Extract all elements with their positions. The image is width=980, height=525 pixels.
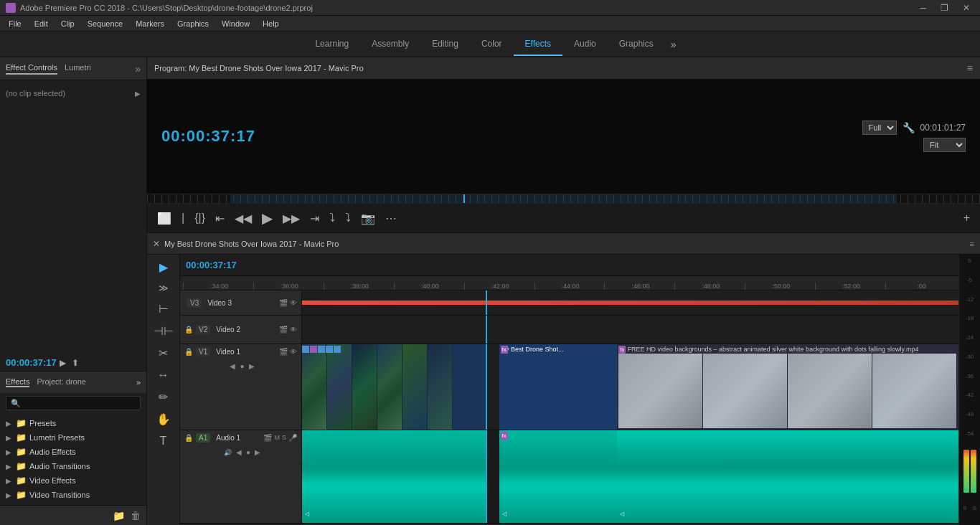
v1-snap-btn[interactable]: ● xyxy=(240,362,244,370)
a1-clip3[interactable]: ◁ xyxy=(617,430,958,523)
mark-out-button[interactable]: | xyxy=(179,210,187,226)
wrench-icon[interactable]: 🔧 xyxy=(903,122,915,133)
close-button[interactable]: ✕ xyxy=(958,1,974,14)
mark-clip-button[interactable]: {|} xyxy=(192,210,208,226)
a1-snap-btn[interactable]: ● xyxy=(246,448,250,456)
rolling-edit-tool[interactable]: ⊣⊢ xyxy=(152,323,175,339)
tab-effects[interactable]: Effects xyxy=(514,33,562,56)
menu-help[interactable]: Help xyxy=(257,18,285,29)
play-button[interactable]: ▶ xyxy=(259,208,275,228)
timeline-menu-icon[interactable]: ≡ xyxy=(970,240,974,248)
menu-graphics[interactable]: Graphics xyxy=(171,18,215,29)
track-a1-s-button[interactable]: S xyxy=(282,434,286,442)
new-bin-icon[interactable]: 📁 xyxy=(113,510,125,521)
export-frame-button[interactable]: 📷 xyxy=(358,210,378,227)
v1-clip-group1[interactable] xyxy=(302,344,486,430)
track-v1-camera-icon[interactable]: 🎬 xyxy=(279,348,288,356)
menu-file[interactable]: File xyxy=(3,18,27,29)
close-timeline-button[interactable]: ✕ xyxy=(153,239,160,249)
razor-tool[interactable]: ✂ xyxy=(157,345,169,361)
go-in-button[interactable]: ⇤ xyxy=(212,210,227,227)
select-tool[interactable]: ▶ xyxy=(158,259,169,275)
track-v3-camera-icon[interactable]: 🎬 xyxy=(279,299,288,307)
tree-item-lumetri-presets[interactable]: ▶ 📁 Lumetri Presets xyxy=(0,430,146,445)
v1-back-btn[interactable]: ◀ xyxy=(230,362,235,370)
a1-forward-btn[interactable]: ▶ xyxy=(255,448,260,456)
v1-free-clip[interactable]: fx FREE HD video backgrounds – abstract … xyxy=(617,344,958,430)
tree-item-audio-effects[interactable]: ▶ 📁 Audio Effects xyxy=(0,445,146,459)
slip-tool[interactable]: ↔ xyxy=(156,367,171,383)
a1-clip1[interactable]: ◁ xyxy=(302,430,486,523)
menu-markers[interactable]: Markers xyxy=(130,18,170,29)
tree-item-video-transitions[interactable]: ▶ 📁 Video Transitions xyxy=(0,488,146,502)
menu-edit[interactable]: Edit xyxy=(29,18,54,29)
track-v2-camera-icon[interactable]: 🎬 xyxy=(279,326,288,334)
tab-project[interactable]: Project: drone xyxy=(37,377,85,387)
effects-search-input[interactable] xyxy=(6,396,141,410)
track-v1-lock[interactable]: 🔒 xyxy=(184,348,193,356)
program-monitor-menu-icon[interactable]: ≡ xyxy=(967,62,973,74)
menu-clip[interactable]: Clip xyxy=(55,18,80,29)
add-marker-button[interactable]: + xyxy=(961,210,973,226)
track-v1-eye-icon[interactable]: 👁 xyxy=(290,348,297,356)
tab-graphics[interactable]: Graphics xyxy=(608,33,665,56)
track-v2-content[interactable] xyxy=(302,316,958,344)
v1-forward-btn[interactable]: ▶ xyxy=(249,362,255,370)
tree-item-presets[interactable]: ▶ 📁 Presets xyxy=(0,416,146,430)
tab-learning[interactable]: Learning xyxy=(303,33,360,56)
workspace-more-button[interactable]: » xyxy=(671,39,677,50)
play-button-ec[interactable]: ▶ xyxy=(60,358,66,368)
track-a1-lock[interactable]: 🔒 xyxy=(184,434,193,442)
track-v2-lock[interactable]: 🔒 xyxy=(184,326,193,334)
zoom-select[interactable]: Fit25%50%100% xyxy=(923,138,966,152)
track-v3-content[interactable] xyxy=(302,290,958,315)
track-a1-name: Audio 1 xyxy=(216,434,240,442)
effects-menu-icon[interactable]: » xyxy=(136,378,141,387)
mark-in-button[interactable]: ⬜ xyxy=(154,210,174,227)
tab-color[interactable]: Color xyxy=(470,33,514,56)
step-back-button[interactable]: ◀◀ xyxy=(232,210,255,227)
minimize-button[interactable]: ─ xyxy=(915,1,930,14)
ripple-edit-tool[interactable]: ⊢ xyxy=(157,301,170,317)
timeline-header: ✕ My Best Drone Shots Over Iowa 2017 - M… xyxy=(147,233,980,255)
quality-select[interactable]: Full1/21/4 xyxy=(862,120,897,135)
timeline-ruler[interactable]: :34:00 :36:00 :38:00 :40:00 :42:00 :44:0… xyxy=(180,276,958,290)
tab-lumetri[interactable]: Lumetri xyxy=(65,63,91,75)
track-a1-content[interactable]: ◁ fx ◁ ◁ xyxy=(302,430,958,523)
menu-sequence[interactable]: Sequence xyxy=(82,18,129,29)
delete-icon[interactable]: 🗑 xyxy=(131,510,141,521)
ruler-mark: :52:00 xyxy=(815,283,885,290)
audio-level-meter: 0 -5 -12 -18 -24 -30 -36 -42 -48 -54 S xyxy=(958,255,980,525)
tab-effect-controls[interactable]: Effect Controls xyxy=(6,63,57,75)
export-button-ec[interactable]: ⬆ xyxy=(72,358,79,368)
go-out-button[interactable]: ⇥ xyxy=(307,210,322,227)
program-monitor-progress-bar[interactable] xyxy=(147,194,980,204)
tree-item-video-effects[interactable]: ▶ 📁 Video Effects xyxy=(0,473,146,488)
track-v2-eye-icon[interactable]: 👁 xyxy=(290,326,297,334)
type-tool[interactable]: T xyxy=(159,433,169,449)
effect-controls-menu-icon[interactable]: » xyxy=(135,63,141,75)
track-a1-camera-icon[interactable]: 🎬 xyxy=(263,434,272,442)
insert-button[interactable]: ⤵ xyxy=(326,210,338,226)
tab-effects-panel[interactable]: Effects xyxy=(6,377,29,387)
hand-tool[interactable]: ✋ xyxy=(155,411,172,427)
restore-button[interactable]: ❐ xyxy=(936,1,953,14)
titlebar-controls[interactable]: ─ ❐ ✕ xyxy=(915,1,974,14)
track-v1-content[interactable]: My Best Drone Shot... fx fx FREE HD vide… xyxy=(302,344,958,430)
tab-assembly[interactable]: Assembly xyxy=(360,33,420,56)
track-v3-eye-icon[interactable]: 👁 xyxy=(290,299,297,307)
tree-item-audio-transitions[interactable]: ▶ 📁 Audio Transitions xyxy=(0,459,146,473)
track-a1-mic-icon[interactable]: 🎤 xyxy=(288,434,297,442)
a1-back-btn[interactable]: ◀ xyxy=(236,448,242,456)
track-a1-m-button[interactable]: M xyxy=(274,434,280,442)
track-select-tool[interactable]: ≫ xyxy=(157,281,170,295)
pen-tool[interactable]: ✏ xyxy=(157,389,169,405)
v1-drone-clip[interactable]: My Best Drone Shot... fx xyxy=(499,344,618,430)
step-forward-button[interactable]: ▶▶ xyxy=(280,210,303,227)
menu-window[interactable]: Window xyxy=(216,18,255,29)
a1-clip2[interactable]: fx ◁ xyxy=(499,430,618,523)
overwrite-button[interactable]: ⤵ xyxy=(342,210,354,226)
button-grid[interactable]: ⋯ xyxy=(382,210,400,227)
tab-editing[interactable]: Editing xyxy=(420,33,470,56)
tab-audio[interactable]: Audio xyxy=(562,33,608,56)
